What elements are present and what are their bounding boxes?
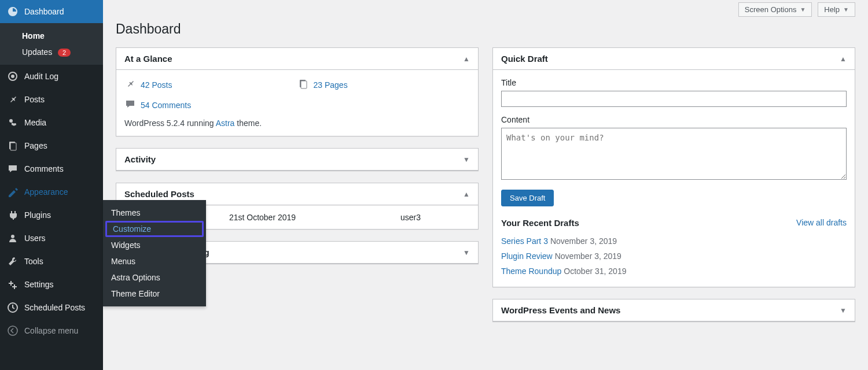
help-button[interactable]: Help ▼ [818,2,855,17]
sidebar-item-settings[interactable]: Settings [0,273,103,296]
draft-title-input[interactable] [501,91,847,107]
sidebar-label: Updates [22,47,52,57]
glance-pages-link[interactable]: 23 Pages [314,80,348,90]
pages-icon [7,140,19,151]
toggle-icon[interactable]: ▼ [463,156,470,164]
sidebar-item-users[interactable]: Users [0,227,103,250]
box-header[interactable]: Quick Draft ▲ [493,48,855,70]
glance-comments-link[interactable]: 54 Comments [141,101,191,110]
draft-link[interactable]: Series Part 3 [501,236,548,246]
activity-box: Activity ▼ [116,148,479,171]
draft-list-item: Theme RoundupOctober 31, 2019 [501,264,847,279]
sidebar-item-posts[interactable]: Posts [0,88,103,111]
sidebar-label: Users [24,234,46,243]
screen-options-button[interactable]: Screen Options ▼ [738,2,812,17]
svg-point-8 [8,326,17,335]
toggle-icon[interactable]: ▲ [463,190,470,198]
glance-posts-link[interactable]: 42 Posts [141,80,172,90]
pin-icon [124,78,136,91]
sidebar-item-appearance[interactable]: Appearance [0,180,103,204]
box-title: WordPress Events and News [501,305,620,315]
draft-date: November 3, 2019 [550,236,617,246]
sidebar-label: Audit Log [24,72,58,81]
chevron-down-icon: ▼ [800,6,806,13]
admin-sidebar: Dashboard Home Updates 2 Audit Log Posts… [0,0,103,370]
sidebar-item-media[interactable]: Media [0,111,103,134]
draft-link[interactable]: Theme Roundup [501,267,561,276]
glance-footer: WordPress 5.2.4 running Astra theme. [124,119,470,128]
flyout-item-theme-editor[interactable]: Theme Editor [103,286,206,302]
theme-link[interactable]: Astra [216,119,235,128]
quick-draft-box: Quick Draft ▲ Title Content Save Draft Y… [492,47,855,287]
draft-date: October 31, 2019 [564,267,626,276]
toggle-icon[interactable]: ▼ [463,249,470,257]
scheduled-user: user3 [400,213,470,222]
dashboard-submenu: Home Updates 2 [0,23,103,65]
sidebar-subitem-updates[interactable]: Updates 2 [0,44,103,60]
toggle-icon[interactable]: ▼ [840,306,847,314]
box-title: Scheduled Posts [124,189,194,199]
svg-point-3 [14,123,16,125]
sidebar-label: Dashboard [24,7,64,16]
toggle-icon[interactable]: ▲ [840,55,847,63]
flyout-item-widgets[interactable]: Widgets [103,237,206,253]
chevron-down-icon: ▼ [843,6,849,13]
comments-icon [7,163,19,175]
sidebar-item-pages[interactable]: Pages [0,134,103,157]
main-content: Screen Options ▼ Help ▼ Dashboard At a G… [103,0,868,335]
svg-point-2 [9,119,13,123]
settings-icon [7,279,19,290]
sidebar-item-scheduled-posts[interactable]: Scheduled Posts [0,296,103,319]
sidebar-item-audit-log[interactable]: Audit Log [0,65,103,88]
sidebar-label: Media [24,118,46,127]
flyout-item-customize[interactable]: Customize [105,221,204,237]
sidebar-item-collapse[interactable]: Collapse menu [0,319,103,342]
sidebar-label: Tools [24,257,43,266]
tools-icon [7,256,19,267]
glance-pages: 23 Pages [297,78,470,91]
button-label: Help [824,5,840,14]
plugins-icon [7,209,19,221]
events-news-box: WordPress Events and News ▼ [492,299,855,322]
at-a-glance-box: At a Glance ▲ 42 Posts 23 Pages [116,47,479,136]
updates-badge: 2 [58,49,71,57]
sidebar-item-plugins[interactable]: Plugins [0,204,103,227]
sidebar-label: Scheduled Posts [24,303,85,312]
sidebar-item-tools[interactable]: Tools [0,250,103,273]
sidebar-label: Collapse menu [24,326,78,335]
right-column: Quick Draft ▲ Title Content Save Draft Y… [492,47,855,322]
box-header[interactable]: Activity ▼ [116,149,478,171]
box-header[interactable]: At a Glance ▲ [116,48,478,70]
pin-icon [7,94,19,105]
flyout-item-themes[interactable]: Themes [103,205,206,221]
clock-icon [7,302,19,313]
save-draft-button[interactable]: Save Draft [501,190,554,206]
draft-content-input[interactable] [501,128,847,180]
sidebar-label: Appearance [24,187,68,197]
content-label: Content [501,115,847,124]
sidebar-item-dashboard[interactable]: Dashboard [0,0,103,23]
glance-comments: 54 Comments [124,98,297,112]
box-title: Quick Draft [501,54,548,64]
audit-log-icon [7,71,19,82]
draft-link[interactable]: Plugin Review [501,251,553,261]
box-header[interactable]: WordPress Events and News ▼ [493,299,855,321]
recent-drafts-title: Your Recent Drafts [501,218,579,228]
comments-icon [124,98,136,112]
sidebar-subitem-home[interactable]: Home [0,28,103,44]
sidebar-item-comments[interactable]: Comments [0,157,103,180]
appearance-flyout: Themes Customize Widgets Menus Astra Opt… [103,200,206,306]
media-icon [7,117,19,128]
appearance-icon [7,186,19,198]
toggle-icon[interactable]: ▲ [463,55,470,63]
topbar: Screen Options ▼ Help ▼ [116,0,855,17]
view-all-drafts-link[interactable]: View all drafts [796,218,847,228]
svg-point-6 [11,235,14,238]
flyout-item-menus[interactable]: Menus [103,253,206,269]
sidebar-label: Comments [24,164,64,173]
flyout-item-astra-options[interactable]: Astra Options [103,269,206,286]
svg-rect-5 [10,143,16,150]
glance-posts: 42 Posts [124,78,297,91]
users-icon [7,232,19,244]
box-title: At a Glance [124,54,172,64]
